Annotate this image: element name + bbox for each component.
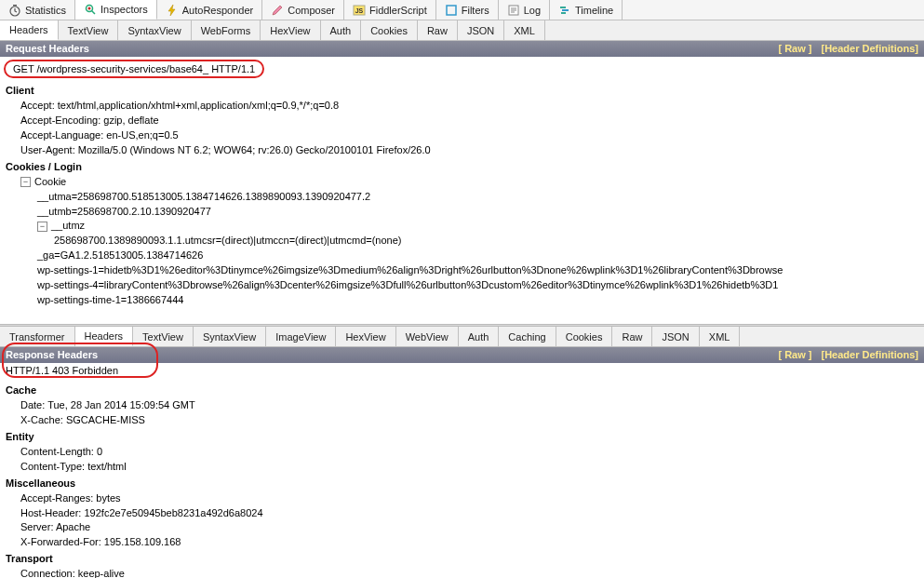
main-tab-timeline[interactable]: Timeline (550, 0, 623, 20)
tab-label: Timeline (575, 5, 613, 16)
cookie-label: __utmz (51, 219, 85, 234)
expander-icon[interactable]: − (20, 177, 31, 187)
tab-label: Log (524, 5, 541, 16)
filter-icon (445, 4, 458, 17)
svg-rect-6 (447, 6, 456, 15)
section-cache: Cache (6, 383, 924, 398)
cookie-item: wp-settings-time-1=1386667444 (6, 293, 924, 308)
request-subtab-hexview[interactable]: HexView (261, 20, 320, 40)
header-row: Content-Length: 0 (6, 445, 924, 460)
header-row: Date: Tue, 28 Jan 2014 15:09:54 GMT (6, 398, 924, 413)
tab-label: Inspectors (100, 4, 148, 15)
request-header-defs-link[interactable]: [Header Definitions] (821, 43, 918, 54)
header-row: Content-Type: text/html (6, 460, 924, 475)
response-subtab-auth[interactable]: Auth (459, 327, 500, 346)
response-subtab-imageview[interactable]: ImageView (266, 327, 336, 346)
flash-icon (166, 4, 179, 17)
timer-icon (8, 4, 21, 17)
request-headers-bar: Request Headers [ Raw ] [Header Definiti… (0, 41, 924, 57)
section-transport: Transport (6, 552, 924, 567)
main-tab-inspectors[interactable]: Inspectors (75, 0, 157, 20)
cookie-item: __utma=258698700.518513005.1384714626.13… (6, 190, 924, 205)
header-row: Accept-Ranges: bytes (6, 491, 924, 506)
request-subtab-cookies[interactable]: Cookies (361, 20, 418, 40)
request-subtab-auth[interactable]: Auth (321, 20, 362, 40)
expander-icon[interactable]: − (37, 222, 47, 232)
request-subtab-webforms[interactable]: WebForms (192, 20, 261, 40)
section-entity: Entity (6, 430, 924, 445)
response-status-line: HTTP/1.1 403 Forbidden (6, 365, 118, 376)
response-subtab-xml[interactable]: XML (700, 327, 741, 346)
header-row: Accept-Encoding: gzip, deflate (6, 114, 924, 128)
response-subtabs: TransformerHeadersTextViewSyntaxViewImag… (0, 327, 924, 347)
cookie-utmz: −__utmz (6, 219, 924, 234)
header-row: Accept: text/html,application/xhtml+xml,… (6, 99, 924, 114)
request-raw-link[interactable]: [ Raw ] (778, 43, 811, 54)
svg-rect-10 (561, 12, 566, 14)
cookie-item: _ga=GA1.2.518513005.1384714626 (6, 249, 924, 263)
response-subtab-hexview[interactable]: HexView (336, 327, 395, 346)
cookie-item: __utmb=258698700.2.10.1390920477 (6, 205, 924, 220)
svg-rect-8 (560, 7, 566, 8)
main-tab-fiddlerscript[interactable]: JSFiddlerScript (344, 0, 436, 20)
header-row: Accept-Language: en-US,en;q=0.5 (6, 128, 924, 143)
response-subtab-textview[interactable]: TextView (133, 327, 194, 346)
cookie-item: 258698700.1389890093.1.1.utmcsr=(direct)… (6, 234, 924, 249)
response-subtab-transformer[interactable]: Transformer (0, 327, 75, 346)
tab-label: AutoResponder (182, 5, 253, 16)
request-content: ClientAccept: text/html,application/xhtm… (0, 80, 924, 324)
response-subtab-webview[interactable]: WebView (396, 327, 459, 346)
header-row: X-Cache: SGCACHE-MISS (6, 413, 924, 428)
request-subtab-json[interactable]: JSON (458, 20, 504, 40)
main-tabs: StatisticsInspectorsAutoResponderCompose… (0, 0, 924, 20)
request-subtab-textview[interactable]: TextView (59, 20, 119, 40)
cookie-item: wp-settings-4=libraryContent%3Dbrowse%26… (6, 278, 924, 293)
response-subtab-cookies[interactable]: Cookies (556, 327, 613, 346)
section-cookies: Cookies / Login (6, 160, 924, 175)
cookie-label: Cookie (34, 175, 66, 190)
tab-label: Filters (462, 5, 489, 16)
main-tab-statistics[interactable]: Statistics (0, 0, 75, 20)
response-subtab-headers[interactable]: Headers (75, 327, 134, 346)
log-icon (507, 4, 520, 17)
request-line: GET /wordpress-security-services/base64_… (4, 60, 264, 78)
main-tab-log[interactable]: Log (499, 0, 550, 20)
response-subtab-syntaxview[interactable]: SyntaxView (194, 327, 266, 346)
header-row: Connection: keep-alive (6, 567, 924, 578)
request-subtab-xml[interactable]: XML (504, 20, 545, 40)
timeline-icon (558, 4, 571, 17)
tab-label: Composer (288, 5, 335, 16)
response-headers-bar: Response Headers [ Raw ] [Header Definit… (0, 347, 924, 363)
response-header-defs-link[interactable]: [Header Definitions] (821, 349, 918, 360)
pencil-icon (271, 4, 284, 17)
svg-rect-1 (13, 5, 17, 7)
response-headers-title: Response Headers (6, 349, 98, 360)
response-subtab-raw[interactable]: Raw (612, 327, 652, 346)
response-subtab-json[interactable]: JSON (652, 327, 699, 346)
header-row: User-Agent: Mozilla/5.0 (Windows NT 6.2;… (6, 143, 924, 158)
request-subtab-raw[interactable]: Raw (418, 20, 458, 40)
request-subtabs: HeadersTextViewSyntaxViewWebFormsHexView… (0, 20, 924, 41)
response-subtab-caching[interactable]: Caching (499, 327, 556, 346)
tab-label: FiddlerScript (369, 5, 427, 16)
inspector-icon (84, 3, 97, 16)
section-client: Client (6, 84, 924, 99)
svg-text:JS: JS (355, 7, 364, 14)
svg-rect-9 (562, 9, 569, 11)
tab-label: Statistics (25, 5, 66, 16)
cookie-item: wp-settings-1=hidetb%3D1%26editor%3Dtiny… (6, 263, 924, 278)
response-content: CacheDate: Tue, 28 Jan 2014 15:09:54 GMT… (0, 380, 924, 578)
main-tab-composer[interactable]: Composer (262, 0, 344, 20)
header-row: Host-Header: 192fc2e7e50945beb8231a492d6… (6, 506, 924, 521)
section-miscellaneous: Miscellaneous (6, 477, 924, 491)
main-tab-filters[interactable]: Filters (436, 0, 499, 20)
request-subtab-headers[interactable]: Headers (0, 20, 59, 40)
header-row: X-Forwarded-For: 195.158.109.168 (6, 535, 924, 550)
request-subtab-syntaxview[interactable]: SyntaxView (118, 20, 191, 40)
svg-point-3 (88, 7, 91, 10)
request-headers-title: Request Headers (6, 43, 89, 54)
response-raw-link[interactable]: [ Raw ] (778, 349, 811, 360)
cookie-root: −Cookie (6, 175, 924, 190)
main-tab-autoresponder[interactable]: AutoResponder (157, 0, 262, 20)
js-icon: JS (353, 4, 366, 17)
